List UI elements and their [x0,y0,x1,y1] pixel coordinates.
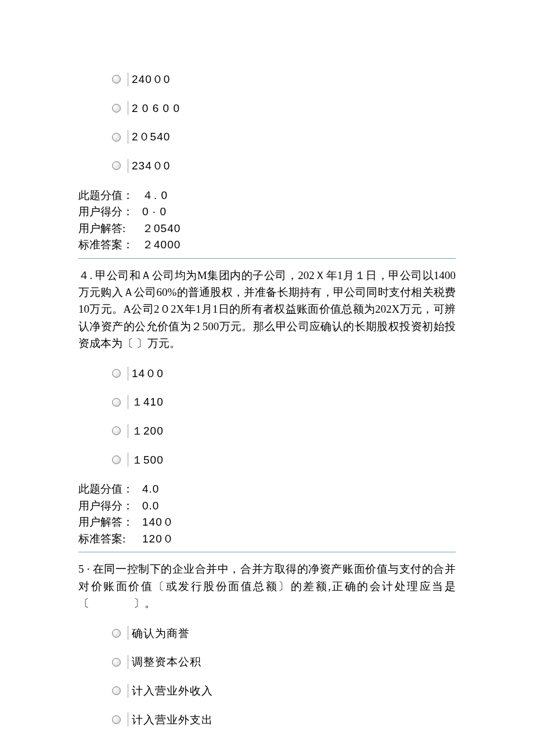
q3-option-2[interactable]: 2 0 6 0 0 [112,101,456,116]
option-text: 2 0 6 0 0 [132,101,180,116]
user-score-label: 用户得分： [78,204,142,220]
points-label: 此题分值： [78,187,142,204]
radio-icon[interactable] [112,104,121,113]
user-answer-label: 用户解答: [78,220,142,237]
q4-option-1[interactable]: 14０0 [112,366,456,381]
correct-answer-value: 120０ [142,531,174,548]
user-score-value: 0 · 0 [142,204,167,220]
points-label: 此题分值： [78,481,142,498]
q5-option-3[interactable]: 计入营业外收入 [112,683,456,699]
option-text: 确认为商誉 [132,626,190,641]
radio-icon[interactable] [112,455,121,464]
user-score-label: 用户得分： [78,498,142,515]
option-divider [128,130,128,144]
correct-answer-value: ２4000 [142,237,181,254]
points-value: 4.0 [142,481,159,498]
q4-option-4[interactable]: １500 [112,453,456,468]
option-divider [128,73,128,86]
option-divider [128,712,128,726]
option-text: 240０0 [132,72,170,87]
q5-option-4[interactable]: 计入营业外支出 [112,712,456,728]
option-divider [128,424,128,438]
option-text: 计入营业外收入 [132,683,213,699]
radio-icon[interactable] [112,629,121,638]
option-divider [128,453,128,466]
q5-option-2[interactable]: 调整资本公积 [112,654,456,670]
radio-icon[interactable] [112,658,121,667]
q3-option-4[interactable]: 234０0 [112,158,456,173]
separator [78,552,456,552]
radio-icon[interactable] [112,426,121,435]
radio-icon[interactable] [112,686,121,695]
option-divider [128,626,128,640]
q4-text: ４. 甲公司和Ａ公司均为M集团内的子公司，202Ｘ年1月１日，甲公司以1400万… [78,267,456,352]
radio-icon[interactable] [112,369,121,378]
radio-icon[interactable] [112,133,121,142]
option-divider [128,101,128,115]
option-text: １500 [132,453,164,468]
radio-icon[interactable] [112,715,121,724]
points-value: ４. 0 [142,187,168,204]
user-answer-value: ２0540 [142,220,181,237]
user-answer-value: 140０ [142,514,174,531]
q4-option-3[interactable]: １200 [112,424,456,439]
option-text: 调整资本公积 [132,654,201,670]
user-score-value: 0.0 [142,498,159,515]
correct-answer-label: 标准答案： [78,237,142,254]
q3-options: 240０0 2 0 6 0 0 2０540 234０0 [112,72,456,173]
radio-icon[interactable] [112,398,121,407]
option-text: １410 [132,395,164,410]
option-divider [128,395,128,409]
option-divider [128,655,128,669]
radio-icon[interactable] [112,161,121,170]
q4-score-block: 此题分值： 4.0 用户得分： 0.0 用户解答： 140０ 标准答案: 120… [78,481,456,547]
user-answer-label: 用户解答： [78,514,142,531]
option-divider [128,684,128,698]
option-text: １200 [132,424,164,439]
q3-option-1[interactable]: 240０0 [112,72,456,87]
q4-options: 14０0 １410 １200 １500 [112,366,456,468]
radio-icon[interactable] [112,75,121,84]
q5-text: 5 · 在同一控制下的企业合并中，合并方取得的净资产账面价值与支付的合并对价账面… [78,560,456,612]
separator [78,258,456,259]
option-divider [128,367,128,381]
option-text: 2０540 [132,129,170,144]
option-text: 计入营业外支出 [132,712,213,728]
q5-options: 确认为商誉 调整资本公积 计入营业外收入 计入营业外支出 [112,626,456,728]
option-text: 234０0 [132,158,170,173]
correct-answer-label: 标准答案: [78,531,142,548]
option-text: 14０0 [132,366,164,381]
q4-option-2[interactable]: １410 [112,395,456,410]
q3-score-block: 此题分值： ４. 0 用户得分： 0 · 0 用户解答: ２0540 标准答案：… [78,187,456,254]
q5-option-1[interactable]: 确认为商誉 [112,626,456,641]
q3-option-3[interactable]: 2０540 [112,129,456,144]
option-divider [128,159,128,173]
